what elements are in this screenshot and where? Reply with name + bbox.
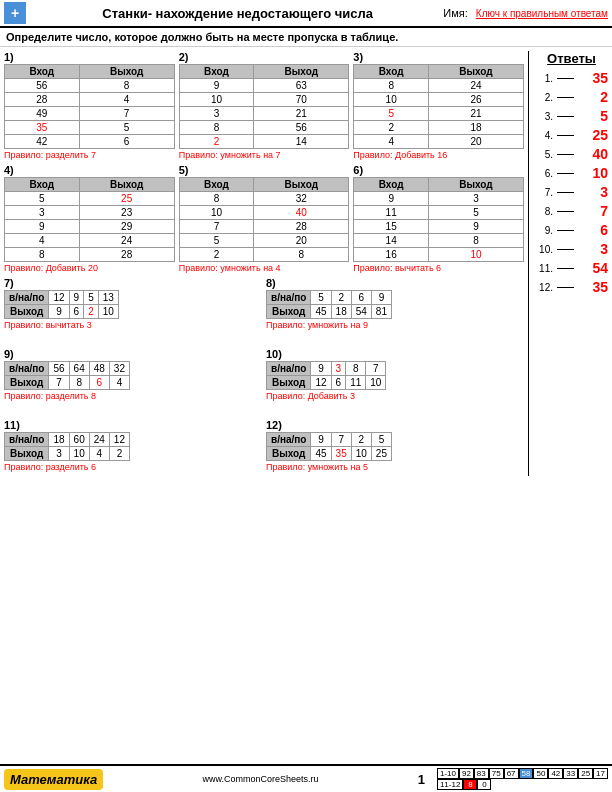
score-row-top: 1-10 92 83 75 67 58 50 42 33 25 17 xyxy=(437,768,608,779)
answer-val-5: 40 xyxy=(578,146,608,162)
p7-header-in: в/на/по xyxy=(5,291,49,305)
problems-row-4: 9) в/на/по 56 64 48 32 Выход 7 xyxy=(4,348,524,401)
table-row: 93 xyxy=(354,192,524,206)
answer-key-link[interactable]: Ключ к правильным ответам xyxy=(476,8,608,19)
answer-row-1: 1. 35 xyxy=(535,70,608,86)
p11-header-in: в/на/по xyxy=(5,433,49,447)
score-cell-17: 17 xyxy=(593,768,608,779)
problem-9-rule: Правило: разделить 8 xyxy=(4,391,262,401)
answer-line-12 xyxy=(557,287,574,288)
answer-num-9: 9. xyxy=(535,225,553,236)
answer-val-7: 3 xyxy=(578,184,608,200)
score-cell-83: 83 xyxy=(474,768,489,779)
p10-header-out: Выход xyxy=(267,376,311,390)
problem-4-num: 4) xyxy=(4,164,175,176)
problems-row-3: 7) в/на/по 12 9 5 13 Выход 9 xyxy=(4,277,524,330)
score-cell-8: 8 xyxy=(463,779,477,790)
table-row: Выход 3 10 4 2 xyxy=(5,447,130,461)
table-row: в/на/по 56 64 48 32 xyxy=(5,362,130,376)
p12-header-in: в/на/по xyxy=(267,433,311,447)
answer-val-6: 10 xyxy=(578,165,608,181)
table-row: 218 xyxy=(354,121,524,135)
subtitle: Определите число, которое должно быть на… xyxy=(0,28,612,47)
table-row: 832 xyxy=(179,192,349,206)
table-row: 148 xyxy=(354,234,524,248)
table-row: 521 xyxy=(354,107,524,121)
score-label-bottom: 11-12 xyxy=(437,779,463,790)
p5-header-out: Выход xyxy=(254,178,349,192)
problem-7-num: 7) xyxy=(4,277,262,289)
problem-6-table: Вход Выход 93 115 159 148 1610 xyxy=(353,177,524,262)
main-area: 1) Вход Выход 568 284 497 355 426 xyxy=(0,47,612,480)
table-row: 214 xyxy=(179,135,349,149)
table-row: 728 xyxy=(179,220,349,234)
problem-7-table: в/на/по 12 9 5 13 Выход 9 6 2 10 xyxy=(4,290,119,319)
p9-header-out: Выход xyxy=(5,376,49,390)
table-row: 1040 xyxy=(179,206,349,220)
problem-10: 10) в/на/по 9 3 8 7 Выход 12 xyxy=(266,348,524,401)
answer-num-7: 7. xyxy=(535,187,553,198)
score-cell-25: 25 xyxy=(578,768,593,779)
p8-header-in: в/на/по xyxy=(267,291,311,305)
score-cell-33: 33 xyxy=(563,768,578,779)
answer-line-4 xyxy=(557,135,574,136)
answer-row-3: 3. 5 xyxy=(535,108,608,124)
answer-num-10: 10. xyxy=(535,244,553,255)
footer-logo: Математика xyxy=(4,769,103,790)
answer-line-1 xyxy=(557,78,574,79)
answer-line-5 xyxy=(557,154,574,155)
answer-line-6 xyxy=(557,173,574,174)
problem-9-table: в/на/по 56 64 48 32 Выход 7 8 6 4 xyxy=(4,361,130,390)
p9-header-in: в/на/по xyxy=(5,362,49,376)
problem-8: 8) в/на/по 5 2 6 9 Выход 45 1 xyxy=(266,277,524,330)
p5-header-in: Вход xyxy=(179,178,254,192)
score-cell-42: 42 xyxy=(548,768,563,779)
score-cell-50: 50 xyxy=(533,768,548,779)
problem-1-num: 1) xyxy=(4,51,175,63)
table-row: 963 xyxy=(179,79,349,93)
problem-11: 11) в/на/по 18 60 24 12 Выход 3 xyxy=(4,419,262,472)
problem-7-rule: Правило: вычитать 3 xyxy=(4,320,262,330)
page-title: Станки- нахождение недостающего числа xyxy=(32,6,443,21)
problem-2-num: 2) xyxy=(179,51,350,63)
table-row: 568 xyxy=(5,79,175,93)
table-row: 284 xyxy=(5,93,175,107)
problem-1-table: Вход Выход 568 284 497 355 426 xyxy=(4,64,175,149)
score-cell-0: 0 xyxy=(477,779,491,790)
p4-header-out: Выход xyxy=(79,178,174,192)
problem-12-rule: Правило: умножить на 5 xyxy=(266,462,524,472)
answer-row-4: 4. 25 xyxy=(535,127,608,143)
problem-9: 9) в/на/по 56 64 48 32 Выход 7 xyxy=(4,348,262,401)
answer-row-7: 7. 3 xyxy=(535,184,608,200)
p6-header-out: Выход xyxy=(428,178,523,192)
p2-header-in: Вход xyxy=(179,65,254,79)
table-row: 520 xyxy=(179,234,349,248)
problem-12-num: 12) xyxy=(266,419,524,431)
table-row: 323 xyxy=(5,206,175,220)
answer-val-12: 35 xyxy=(578,279,608,295)
table-row: 1070 xyxy=(179,93,349,107)
answer-val-10: 3 xyxy=(578,241,608,257)
table-row: 28 xyxy=(179,248,349,262)
problem-5-num: 5) xyxy=(179,164,350,176)
p1-header-in: Вход xyxy=(5,65,80,79)
header-icon: + xyxy=(4,2,26,24)
answer-row-6: 6. 10 xyxy=(535,165,608,181)
answer-line-9 xyxy=(557,230,574,231)
problem-2-table: Вход Выход 963 1070 321 856 214 xyxy=(179,64,350,149)
answer-line-10 xyxy=(557,249,574,250)
p3-header-in: Вход xyxy=(354,65,429,79)
answer-num-11: 11. xyxy=(535,263,553,274)
table-row: 355 xyxy=(5,121,175,135)
score-cell-92: 92 xyxy=(459,768,474,779)
problem-4-table: Вход Выход 525 323 929 424 828 xyxy=(4,177,175,262)
problem-6-num: 6) xyxy=(353,164,524,176)
answers-title: Ответы xyxy=(535,51,608,66)
table-row: 1026 xyxy=(354,93,524,107)
problem-2: 2) Вход Выход 963 1070 321 856 214 xyxy=(179,51,350,160)
table-row: 824 xyxy=(354,79,524,93)
answer-num-2: 2. xyxy=(535,92,553,103)
problem-8-num: 8) xyxy=(266,277,524,289)
problem-1-rule: Правило: разделить 7 xyxy=(4,150,175,160)
table-row: 426 xyxy=(5,135,175,149)
